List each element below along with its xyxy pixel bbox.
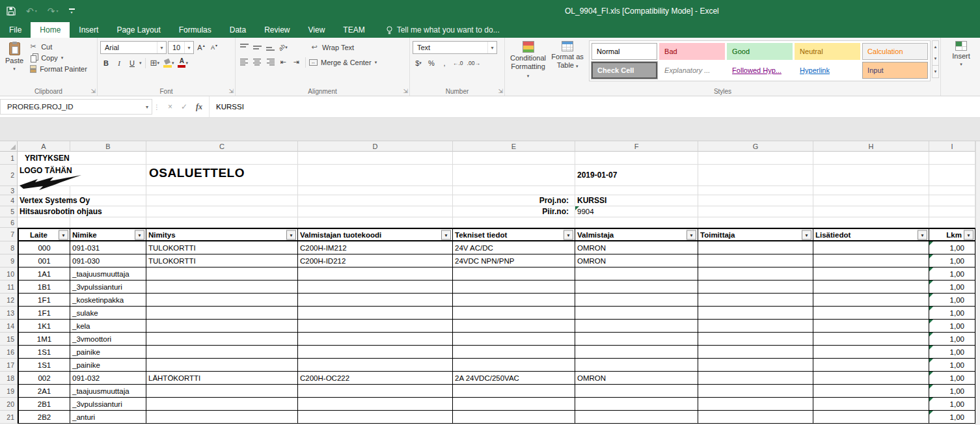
cell-G17[interactable]: [698, 359, 813, 372]
cell-I3[interactable]: [929, 186, 975, 195]
cell-C10[interactable]: [146, 267, 298, 281]
cell-style-hyperlink[interactable]: Hyperlink: [795, 62, 860, 79]
select-all-button[interactable]: [0, 141, 18, 152]
cell-E8[interactable]: 24V AC/DC: [453, 241, 575, 254]
row-header-2[interactable]: 2: [0, 165, 18, 186]
undo-button[interactable]: ↶▾: [26, 7, 37, 16]
cell-style-good[interactable]: Good: [727, 43, 793, 60]
cell-G11[interactable]: [698, 281, 813, 294]
wrap-text-button[interactable]: ↩Wrap Text: [310, 43, 354, 51]
column-header-G[interactable]: G: [698, 141, 813, 152]
cell-F14[interactable]: [575, 320, 698, 333]
increase-decimal-button[interactable]: ←.0: [452, 57, 465, 69]
number-format-combobox[interactable]: Text▾: [413, 41, 497, 54]
cell-H3[interactable]: [813, 186, 929, 195]
column-header-D[interactable]: D: [298, 141, 453, 152]
row-header-12[interactable]: 12: [0, 294, 18, 307]
cell-style-followed-hyperlink[interactable]: Followed Hyp...: [727, 62, 793, 79]
cell-E20[interactable]: [453, 398, 575, 411]
cell-E13[interactable]: [453, 307, 575, 320]
conditional-formatting-button[interactable]: Conditional Formatting ▾: [508, 39, 549, 81]
row-header-10[interactable]: 10: [0, 267, 18, 281]
percent-style-button[interactable]: %: [426, 57, 437, 69]
cell-F3[interactable]: [575, 186, 698, 195]
tab-formulas[interactable]: Formulas: [170, 22, 221, 38]
row-header-5[interactable]: 5: [0, 206, 18, 217]
cell-A17[interactable]: 1S1: [18, 359, 70, 372]
cell-E11[interactable]: [453, 281, 575, 294]
cell-A8[interactable]: 000: [18, 241, 70, 254]
tab-page-layout[interactable]: Page Layout: [107, 22, 169, 38]
row-header-11[interactable]: 11: [0, 281, 18, 294]
cell-I16[interactable]: 1,00: [929, 346, 975, 359]
paste-button[interactable]: Paste ▾: [3, 39, 26, 73]
filter-dropdown-button[interactable]: ▼: [135, 230, 144, 240]
row-header-7[interactable]: 7: [0, 228, 18, 241]
row-header-15[interactable]: 15: [0, 333, 18, 346]
cell-C2[interactable]: OSALUETTELO: [146, 165, 298, 186]
bold-button[interactable]: B: [100, 57, 112, 69]
cell-H12[interactable]: [813, 294, 929, 307]
cell-B10[interactable]: _taajuusmuuttaja: [70, 267, 146, 281]
cell-style-normal[interactable]: Normal: [592, 43, 657, 60]
cell-H1[interactable]: [813, 152, 929, 165]
cut-button[interactable]: ✂Cut: [29, 42, 87, 51]
cell-G9[interactable]: [698, 254, 813, 267]
cell-D12[interactable]: [298, 294, 453, 307]
cell-C18[interactable]: LÄHTÖKORTTI: [146, 372, 298, 385]
tab-file[interactable]: File: [0, 22, 31, 38]
cell-B18[interactable]: 091-032: [70, 372, 146, 385]
bottom-align-button[interactable]: [264, 41, 276, 53]
cell-H5[interactable]: [813, 206, 929, 217]
cell-D13[interactable]: [298, 307, 453, 320]
cell-G14[interactable]: [698, 320, 813, 333]
cell-C14[interactable]: [146, 320, 298, 333]
cell-H11[interactable]: [813, 281, 929, 294]
cell-C4[interactable]: [146, 195, 298, 206]
cell-F9[interactable]: OMRON: [575, 254, 698, 267]
enter-button[interactable]: ✓: [181, 102, 187, 111]
cell-I5[interactable]: [929, 206, 975, 217]
cell-G5[interactable]: [698, 206, 813, 217]
font-color-button[interactable]: A▾: [176, 57, 189, 69]
cell-D21[interactable]: [298, 411, 453, 424]
row-header-1[interactable]: 1: [0, 152, 18, 165]
cell-B15[interactable]: _3vmoottori: [70, 333, 146, 346]
cell-I21[interactable]: 1,00: [929, 411, 975, 424]
cell-G1[interactable]: [698, 152, 813, 165]
cell-D5[interactable]: [298, 206, 453, 217]
cell-H9[interactable]: [813, 254, 929, 267]
gallery-scroll-up-button[interactable]: ▲: [932, 41, 938, 53]
cell-A9[interactable]: 001: [18, 254, 70, 267]
formula-input[interactable]: KURSSI: [209, 96, 980, 117]
align-center-button[interactable]: [251, 56, 263, 68]
row-header-14[interactable]: 14: [0, 320, 18, 333]
cell-D8[interactable]: C200H-IM212: [298, 241, 453, 254]
cell-F12[interactable]: [575, 294, 698, 307]
cell-E6[interactable]: [453, 217, 575, 228]
fill-color-button[interactable]: ▾: [162, 57, 176, 69]
row-header-21[interactable]: 21: [0, 411, 18, 424]
cell-G10[interactable]: [698, 267, 813, 281]
cell-F4[interactable]: KURSSI: [575, 195, 698, 206]
underline-options-chevron[interactable]: ▾: [139, 61, 142, 66]
cell-E10[interactable]: [453, 267, 575, 281]
underline-button[interactable]: U: [126, 57, 138, 69]
cell-G18[interactable]: [698, 372, 813, 385]
cell-A5[interactable]: Hitsausrobotin ohjaus: [18, 206, 70, 217]
cell-H15[interactable]: [813, 333, 929, 346]
format-painter-button[interactable]: Format Painter: [29, 65, 87, 73]
cell-B21[interactable]: _anturi: [70, 411, 146, 424]
cell-I11[interactable]: 1,00: [929, 281, 975, 294]
insert-cells-button[interactable]: Insert ▾: [944, 39, 979, 68]
cell-A19[interactable]: 2A1: [18, 385, 70, 398]
cell-C15[interactable]: [146, 333, 298, 346]
cell-H10[interactable]: [813, 267, 929, 281]
cell-D17[interactable]: [298, 359, 453, 372]
cell-E19[interactable]: [453, 385, 575, 398]
cell-C9[interactable]: TULOKORTTI: [146, 254, 298, 267]
cell-G2[interactable]: [698, 165, 813, 186]
filter-dropdown-button[interactable]: ▼: [564, 230, 573, 240]
cell-I20[interactable]: 1,00: [929, 398, 975, 411]
cell-E14[interactable]: [453, 320, 575, 333]
